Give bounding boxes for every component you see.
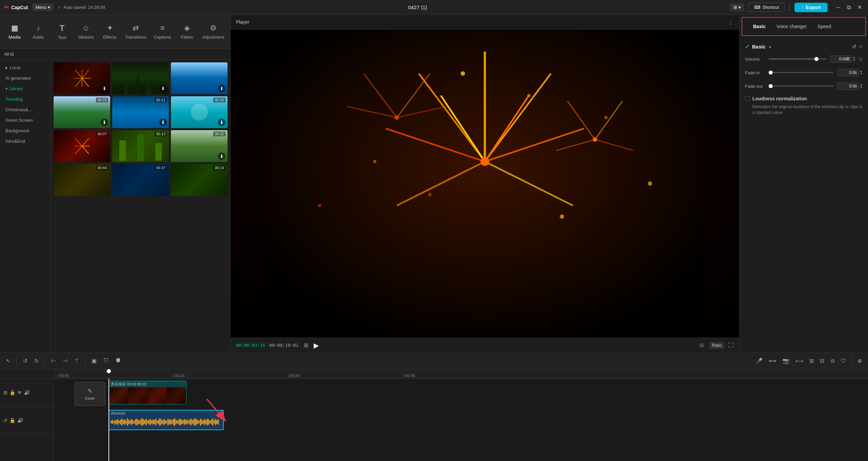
media-thumb-9[interactable]: 00:32 ⬇: [171, 130, 228, 162]
volume-thumb[interactable]: [814, 57, 818, 61]
link-button-1[interactable]: ⟺: [767, 356, 778, 365]
grid-view-button[interactable]: ⊞: [302, 341, 310, 350]
tab-basic[interactable]: Basic: [748, 21, 771, 32]
loop-icon[interactable]: ↺: [3, 418, 7, 423]
sidebar-item-local[interactable]: ▶ Local: [0, 62, 51, 73]
zoom-out-button[interactable]: ⊖: [828, 356, 837, 365]
download-icon-3[interactable]: ⬇: [218, 85, 225, 92]
restore-button[interactable]: ⧉: [845, 3, 853, 11]
undo-basic-button[interactable]: ↺: [852, 43, 856, 50]
tab-text[interactable]: T Text: [50, 20, 74, 43]
fullscreen-button[interactable]: ⛶: [728, 342, 734, 348]
audio-vol-icon[interactable]: 🔊: [17, 418, 23, 423]
ruler-label-30: | 00:30: [403, 374, 415, 378]
shield-button-2[interactable]: ⛊: [114, 357, 123, 365]
fadein-input[interactable]: [837, 69, 859, 76]
text-button[interactable]: ⊞: [807, 356, 816, 365]
fadeout-down-button[interactable]: ▼: [860, 86, 863, 89]
split-button-3[interactable]: ⊤: [72, 356, 81, 365]
eye-icon[interactable]: 👁: [17, 390, 22, 395]
tab-stickers[interactable]: ☺ Stickers: [74, 20, 98, 43]
tab-audio[interactable]: ♪ Audio: [26, 20, 50, 43]
zoom-in-button[interactable]: 🛡: [839, 357, 848, 365]
camera-button[interactable]: 📷: [781, 356, 791, 365]
media-thumb-8[interactable]: 00:13: [112, 130, 169, 162]
audio-lock-icon[interactable]: 🔒: [9, 418, 15, 423]
link-button-2[interactable]: ⟷: [793, 356, 805, 365]
tab-captions[interactable]: ≡ Captions: [150, 20, 175, 43]
download-icon-6[interactable]: ⬇: [218, 119, 225, 126]
minimize-button[interactable]: ─: [834, 3, 842, 11]
media-thumb-2[interactable]: ⬇: [112, 62, 169, 94]
tab-adjustment[interactable]: ⚙ Adjustment: [199, 20, 228, 43]
download-icon-5[interactable]: ⬇: [159, 119, 167, 126]
download-icon-2[interactable]: ⬇: [159, 85, 167, 92]
fadeout-input[interactable]: [837, 82, 859, 90]
tab-effects[interactable]: ✦ Effects: [98, 20, 122, 43]
sidebar-item-intro-end[interactable]: Intro&End: [0, 136, 51, 146]
volume-input[interactable]: [830, 55, 852, 63]
media-thumb-1[interactable]: ⬇: [54, 62, 110, 94]
shield-button-1[interactable]: ⛉: [101, 357, 111, 365]
audio-icon[interactable]: 🔊: [24, 390, 30, 395]
undo-button[interactable]: ↺: [21, 356, 29, 365]
fadein-thumb[interactable]: [769, 71, 773, 75]
add-track-button[interactable]: ⊕: [855, 356, 864, 365]
video-clip[interactable]: 真实烟花 00:00:06:22: [108, 381, 186, 404]
sidebar-item-trending[interactable]: Trending: [0, 94, 51, 104]
fadeout-slider[interactable]: [769, 85, 834, 87]
close-button[interactable]: ✕: [855, 3, 864, 11]
tab-speed[interactable]: Speed: [812, 21, 836, 32]
menu-button[interactable]: Menu ▾: [32, 3, 54, 11]
sidebar-library-header[interactable]: ▾ Library: [0, 83, 51, 94]
media-thumb-12[interactable]: 00:14: [171, 164, 228, 196]
delete-button[interactable]: ▣: [90, 356, 99, 365]
export-button[interactable]: ↑ Export: [794, 3, 827, 12]
tab-voice-changer[interactable]: Voice changer: [771, 21, 812, 32]
media-thumb-5[interactable]: 00:11 ⬇: [112, 96, 169, 128]
media-thumb-6[interactable]: 00:20 ⬇: [171, 96, 228, 128]
sidebar-item-green-screen[interactable]: Green Screen: [0, 115, 51, 125]
download-icon-1[interactable]: ⬇: [101, 85, 108, 92]
media-thumb-4[interactable]: 00:15 ⬇: [54, 96, 110, 128]
split-button-2[interactable]: ⊣: [61, 356, 70, 365]
volume-slider[interactable]: [769, 58, 827, 60]
tab-transitions[interactable]: ⇄ Transitions: [122, 20, 150, 43]
shortcut-button[interactable]: ⌨ Shortcut: [748, 3, 785, 12]
cover-button[interactable]: ✎ Cover: [75, 382, 105, 406]
all-filter-button[interactable]: All ⊟: [4, 52, 14, 57]
volume-keyframe-icon[interactable]: ◇: [859, 56, 863, 62]
fadein-slider[interactable]: [769, 72, 834, 73]
volume-down-button[interactable]: ▼: [853, 59, 855, 62]
layout-button[interactable]: ⊞ ▾: [730, 3, 744, 11]
audio-clip[interactable]: Record1: [108, 410, 224, 430]
playhead[interactable]: [108, 379, 109, 461]
redo-button[interactable]: ↻: [32, 356, 41, 365]
cover-icon: ✎: [87, 387, 93, 395]
media-thumb-10[interactable]: 00:44: [54, 164, 110, 196]
media-thumb-11[interactable]: 00:27: [112, 164, 169, 196]
download-icon-4[interactable]: ⬇: [101, 119, 108, 126]
mic-button[interactable]: 🎤: [754, 356, 765, 365]
lock-icon[interactable]: 🔒: [9, 390, 15, 395]
media-thumb-3[interactable]: ⬇: [171, 62, 228, 94]
sidebar-item-ai-generated[interactable]: AI generated: [0, 73, 51, 83]
tab-media[interactable]: ▦ Media: [3, 20, 26, 43]
split-button-1[interactable]: ⊢: [49, 356, 58, 365]
caption-button[interactable]: ⊟: [818, 356, 826, 365]
media-thumb-7[interactable]: 00:07: [54, 130, 110, 162]
svg-point-45: [318, 204, 321, 207]
player-menu-button[interactable]: ⋮: [728, 18, 734, 26]
tab-filters[interactable]: ◈ Filters: [175, 20, 199, 43]
download-icon-9[interactable]: ⬇: [218, 153, 225, 160]
play-button[interactable]: ▶: [314, 341, 319, 349]
fadeout-thumb[interactable]: [769, 84, 773, 88]
screenshot-button[interactable]: ⊙: [698, 341, 705, 350]
loudness-checkbox[interactable]: [745, 96, 750, 101]
keyframe-icon[interactable]: ◇: [859, 43, 863, 50]
sidebar-item-christmas[interactable]: Christmas&...: [0, 104, 51, 115]
sidebar-item-background[interactable]: Background: [0, 125, 51, 136]
fadein-down-button[interactable]: ▼: [860, 73, 863, 75]
cursor-tool-button[interactable]: ↖: [4, 356, 13, 365]
ratio-button[interactable]: Ratio: [709, 342, 724, 349]
